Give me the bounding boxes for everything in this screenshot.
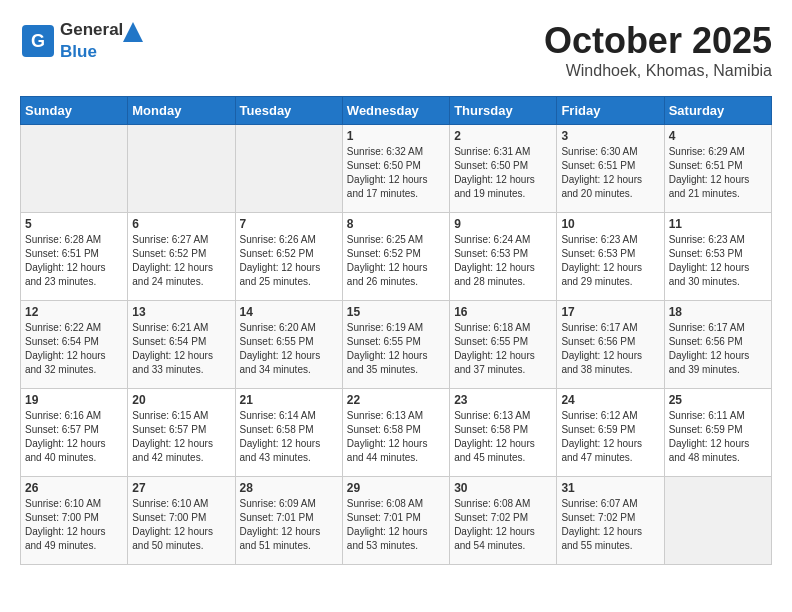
day-info: Sunrise: 6:23 AM Sunset: 6:53 PM Dayligh… <box>669 233 767 289</box>
calendar-cell: 9Sunrise: 6:24 AM Sunset: 6:53 PM Daylig… <box>450 213 557 301</box>
day-number: 29 <box>347 481 445 495</box>
day-number: 13 <box>132 305 230 319</box>
calendar-cell: 3Sunrise: 6:30 AM Sunset: 6:51 PM Daylig… <box>557 125 664 213</box>
day-info: Sunrise: 6:22 AM Sunset: 6:54 PM Dayligh… <box>25 321 123 377</box>
day-info: Sunrise: 6:16 AM Sunset: 6:57 PM Dayligh… <box>25 409 123 465</box>
day-number: 27 <box>132 481 230 495</box>
day-number: 10 <box>561 217 659 231</box>
day-number: 17 <box>561 305 659 319</box>
day-number: 12 <box>25 305 123 319</box>
day-number: 26 <box>25 481 123 495</box>
calendar-cell: 2Sunrise: 6:31 AM Sunset: 6:50 PM Daylig… <box>450 125 557 213</box>
day-number: 6 <box>132 217 230 231</box>
calendar-cell: 30Sunrise: 6:08 AM Sunset: 7:02 PM Dayli… <box>450 477 557 565</box>
day-number: 11 <box>669 217 767 231</box>
day-info: Sunrise: 6:13 AM Sunset: 6:58 PM Dayligh… <box>454 409 552 465</box>
day-info: Sunrise: 6:07 AM Sunset: 7:02 PM Dayligh… <box>561 497 659 553</box>
day-info: Sunrise: 6:27 AM Sunset: 6:52 PM Dayligh… <box>132 233 230 289</box>
calendar-cell: 25Sunrise: 6:11 AM Sunset: 6:59 PM Dayli… <box>664 389 771 477</box>
day-info: Sunrise: 6:21 AM Sunset: 6:54 PM Dayligh… <box>132 321 230 377</box>
day-info: Sunrise: 6:18 AM Sunset: 6:55 PM Dayligh… <box>454 321 552 377</box>
day-number: 24 <box>561 393 659 407</box>
day-number: 9 <box>454 217 552 231</box>
calendar-cell: 5Sunrise: 6:28 AM Sunset: 6:51 PM Daylig… <box>21 213 128 301</box>
calendar-week-row: 1Sunrise: 6:32 AM Sunset: 6:50 PM Daylig… <box>21 125 772 213</box>
logo: G General Blue <box>20 20 143 62</box>
day-info: Sunrise: 6:23 AM Sunset: 6:53 PM Dayligh… <box>561 233 659 289</box>
calendar-cell: 29Sunrise: 6:08 AM Sunset: 7:01 PM Dayli… <box>342 477 449 565</box>
day-info: Sunrise: 6:24 AM Sunset: 6:53 PM Dayligh… <box>454 233 552 289</box>
day-info: Sunrise: 6:08 AM Sunset: 7:02 PM Dayligh… <box>454 497 552 553</box>
calendar-table: SundayMondayTuesdayWednesdayThursdayFrid… <box>20 96 772 565</box>
calendar-cell: 23Sunrise: 6:13 AM Sunset: 6:58 PM Dayli… <box>450 389 557 477</box>
calendar-cell: 31Sunrise: 6:07 AM Sunset: 7:02 PM Dayli… <box>557 477 664 565</box>
calendar-cell: 21Sunrise: 6:14 AM Sunset: 6:58 PM Dayli… <box>235 389 342 477</box>
calendar-cell: 6Sunrise: 6:27 AM Sunset: 6:52 PM Daylig… <box>128 213 235 301</box>
title-block: October 2025 Windhoek, Khomas, Namibia <box>544 20 772 80</box>
calendar-cell: 26Sunrise: 6:10 AM Sunset: 7:00 PM Dayli… <box>21 477 128 565</box>
calendar-cell <box>21 125 128 213</box>
weekday-header: Friday <box>557 97 664 125</box>
day-info: Sunrise: 6:08 AM Sunset: 7:01 PM Dayligh… <box>347 497 445 553</box>
calendar-cell: 13Sunrise: 6:21 AM Sunset: 6:54 PM Dayli… <box>128 301 235 389</box>
calendar-week-row: 19Sunrise: 6:16 AM Sunset: 6:57 PM Dayli… <box>21 389 772 477</box>
calendar-cell <box>128 125 235 213</box>
logo-triangle-icon <box>123 22 143 42</box>
day-number: 22 <box>347 393 445 407</box>
weekday-header: Wednesday <box>342 97 449 125</box>
calendar-cell: 18Sunrise: 6:17 AM Sunset: 6:56 PM Dayli… <box>664 301 771 389</box>
calendar-week-row: 12Sunrise: 6:22 AM Sunset: 6:54 PM Dayli… <box>21 301 772 389</box>
day-number: 14 <box>240 305 338 319</box>
day-number: 8 <box>347 217 445 231</box>
calendar-cell: 28Sunrise: 6:09 AM Sunset: 7:01 PM Dayli… <box>235 477 342 565</box>
weekday-header: Thursday <box>450 97 557 125</box>
day-number: 18 <box>669 305 767 319</box>
calendar-cell: 22Sunrise: 6:13 AM Sunset: 6:58 PM Dayli… <box>342 389 449 477</box>
day-info: Sunrise: 6:20 AM Sunset: 6:55 PM Dayligh… <box>240 321 338 377</box>
day-info: Sunrise: 6:31 AM Sunset: 6:50 PM Dayligh… <box>454 145 552 201</box>
calendar-cell <box>235 125 342 213</box>
day-number: 15 <box>347 305 445 319</box>
day-number: 23 <box>454 393 552 407</box>
day-number: 25 <box>669 393 767 407</box>
day-number: 20 <box>132 393 230 407</box>
day-number: 21 <box>240 393 338 407</box>
calendar-cell <box>664 477 771 565</box>
calendar-cell: 11Sunrise: 6:23 AM Sunset: 6:53 PM Dayli… <box>664 213 771 301</box>
calendar-cell: 12Sunrise: 6:22 AM Sunset: 6:54 PM Dayli… <box>21 301 128 389</box>
day-info: Sunrise: 6:15 AM Sunset: 6:57 PM Dayligh… <box>132 409 230 465</box>
calendar-header-row: SundayMondayTuesdayWednesdayThursdayFrid… <box>21 97 772 125</box>
svg-marker-2 <box>123 22 143 42</box>
day-number: 30 <box>454 481 552 495</box>
day-number: 1 <box>347 129 445 143</box>
day-info: Sunrise: 6:32 AM Sunset: 6:50 PM Dayligh… <box>347 145 445 201</box>
calendar-cell: 24Sunrise: 6:12 AM Sunset: 6:59 PM Dayli… <box>557 389 664 477</box>
day-info: Sunrise: 6:12 AM Sunset: 6:59 PM Dayligh… <box>561 409 659 465</box>
calendar-cell: 4Sunrise: 6:29 AM Sunset: 6:51 PM Daylig… <box>664 125 771 213</box>
weekday-header: Sunday <box>21 97 128 125</box>
day-info: Sunrise: 6:17 AM Sunset: 6:56 PM Dayligh… <box>669 321 767 377</box>
calendar-cell: 17Sunrise: 6:17 AM Sunset: 6:56 PM Dayli… <box>557 301 664 389</box>
calendar-cell: 15Sunrise: 6:19 AM Sunset: 6:55 PM Dayli… <box>342 301 449 389</box>
calendar-cell: 7Sunrise: 6:26 AM Sunset: 6:52 PM Daylig… <box>235 213 342 301</box>
location-title: Windhoek, Khomas, Namibia <box>544 62 772 80</box>
calendar-cell: 27Sunrise: 6:10 AM Sunset: 7:00 PM Dayli… <box>128 477 235 565</box>
day-info: Sunrise: 6:11 AM Sunset: 6:59 PM Dayligh… <box>669 409 767 465</box>
calendar-cell: 16Sunrise: 6:18 AM Sunset: 6:55 PM Dayli… <box>450 301 557 389</box>
svg-text:G: G <box>31 31 45 51</box>
day-info: Sunrise: 6:25 AM Sunset: 6:52 PM Dayligh… <box>347 233 445 289</box>
day-number: 3 <box>561 129 659 143</box>
logo-blue-text: Blue <box>60 42 97 61</box>
day-number: 2 <box>454 129 552 143</box>
day-info: Sunrise: 6:29 AM Sunset: 6:51 PM Dayligh… <box>669 145 767 201</box>
logo-icon: G <box>20 23 56 59</box>
day-info: Sunrise: 6:09 AM Sunset: 7:01 PM Dayligh… <box>240 497 338 553</box>
weekday-header: Monday <box>128 97 235 125</box>
day-info: Sunrise: 6:30 AM Sunset: 6:51 PM Dayligh… <box>561 145 659 201</box>
day-info: Sunrise: 6:10 AM Sunset: 7:00 PM Dayligh… <box>132 497 230 553</box>
day-number: 31 <box>561 481 659 495</box>
day-number: 19 <box>25 393 123 407</box>
day-info: Sunrise: 6:19 AM Sunset: 6:55 PM Dayligh… <box>347 321 445 377</box>
calendar-cell: 20Sunrise: 6:15 AM Sunset: 6:57 PM Dayli… <box>128 389 235 477</box>
weekday-header: Tuesday <box>235 97 342 125</box>
